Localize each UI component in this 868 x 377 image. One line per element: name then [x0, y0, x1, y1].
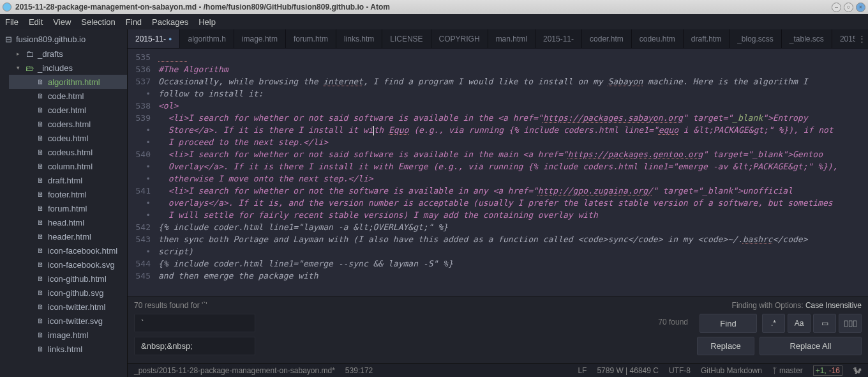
editor-tab[interactable]: 2015-11- [832, 29, 855, 48]
file-icon: 🗎 [37, 78, 44, 86]
folder-drafts[interactable]: ▸ 🗀 _drafts [9, 47, 127, 61]
tree-file-item[interactable]: 🗎forum.html [9, 201, 127, 215]
status-bar: _posts/2015-11-28-package-management-on-… [128, 363, 868, 377]
file-label: icon-facebook.svg [48, 260, 115, 270]
text-editor[interactable]: 535536537538539540541542543544545 #The A… [128, 49, 868, 296]
tree-file-item[interactable]: 🗎column.html [9, 159, 127, 173]
grammar[interactable]: GitHub Markdown [701, 366, 762, 375]
code-text: #The Algorithm [158, 65, 228, 74]
replace-input[interactable] [134, 337, 255, 355]
line-number [128, 245, 151, 258]
tree-file-item[interactable]: 🗎algorithm.html [9, 75, 127, 89]
file-label: footer.html [48, 190, 87, 199]
whole-word-toggle[interactable]: ⌷⌷⌷ [839, 314, 862, 333]
minimize-button[interactable]: – [832, 3, 841, 12]
file-icon: 🗎 [37, 120, 44, 128]
tree-file-item[interactable]: 🗎icon-github.html [9, 272, 127, 286]
line-ending[interactable]: LF [578, 366, 587, 375]
file-path: _posts/2015-11-28-package-management-on-… [134, 366, 335, 375]
file-label: draft.html [48, 176, 82, 185]
tree-file-item[interactable]: 🗎icon-github.svg [9, 286, 127, 300]
tree-file-item[interactable]: 🗎icon-twitter.svg [9, 314, 127, 328]
find-button[interactable]: Find [700, 314, 757, 333]
file-icon: 🗎 [37, 233, 44, 240]
editor-tab[interactable]: codeu.htm [632, 29, 684, 48]
editor-tab[interactable]: 2015-11- [128, 29, 180, 48]
editor-lines[interactable]: #The Algorithm Occasionally, while brows… [158, 49, 868, 296]
project-root[interactable]: ⊟ fusion809.github.io [0, 32, 127, 47]
editor-tab[interactable]: image.htm [234, 29, 286, 48]
tree-file-item[interactable]: 🗎draft.html [9, 173, 127, 187]
tree-file-item[interactable]: 🗎code.html [9, 89, 127, 103]
tree-file-item[interactable]: 🗎icon-facebook.html [9, 243, 127, 258]
file-label: icon-facebook.html [48, 246, 117, 256]
close-button[interactable]: × [856, 3, 865, 12]
file-label: codeus.html [48, 148, 93, 157]
tree-file-item[interactable]: 🗎header.html [9, 229, 127, 243]
selection-toggle[interactable]: ▭ [813, 314, 836, 333]
project-tree[interactable]: ⊟ fusion809.github.io ▸ 🗀 _drafts ▾ 🗁 _i… [0, 29, 128, 377]
find-input[interactable] [134, 314, 255, 332]
editor-tab[interactable]: man.html [488, 29, 535, 48]
editor-tab[interactable]: coder.htm [582, 29, 632, 48]
encoding[interactable]: UTF-8 [669, 366, 691, 375]
tree-file-item[interactable]: 🗎image.html [9, 328, 127, 342]
line-number: 535 [128, 51, 151, 63]
menu-help[interactable]: Help [198, 17, 216, 27]
line-number [128, 173, 151, 185]
folder-includes[interactable]: ▾ 🗁 _includes [9, 61, 127, 75]
line-number: 545 [128, 270, 151, 282]
editor-tab[interactable]: LICENSE [382, 29, 431, 48]
editor-tab[interactable]: algorithm.h [180, 29, 234, 48]
git-branch[interactable]: ᛘmaster [772, 366, 803, 375]
file-label: column.html [48, 162, 93, 171]
menu-view[interactable]: View [53, 17, 71, 27]
file-label: forum.html [48, 204, 87, 213]
editor-tab[interactable]: draft.htm [684, 29, 730, 48]
menu-packages[interactable]: Packages [152, 17, 188, 27]
tree-file-item[interactable]: 🗎codeus.html [9, 145, 127, 159]
find-results-count: 70 results found for '`' [134, 301, 207, 310]
line-number: 536 [128, 63, 151, 75]
tree-file-item[interactable]: 🗎coder.html [9, 103, 127, 117]
tree-file-item[interactable]: 🗎icon-twitter.html [9, 300, 127, 314]
git-diff-stat[interactable]: +1, -16 [813, 365, 842, 376]
file-icon: 🗎 [37, 92, 44, 100]
file-icon: 🗎 [37, 106, 44, 114]
tree-file-item[interactable]: 🗎footer.html [9, 187, 127, 201]
editor-tab[interactable]: _blog.scss [730, 29, 782, 48]
editor-tab[interactable]: forum.htm [286, 29, 336, 48]
tab-bar: 2015-11-algorithm.himage.htmforum.htmlin… [128, 29, 868, 49]
line-number: 537 [128, 75, 151, 88]
cursor-position[interactable]: 539:172 [345, 366, 373, 375]
word-char-count: 5789 W | 46849 C [597, 366, 659, 375]
tree-file-item[interactable]: 🗎icon-facebook.svg [9, 258, 127, 272]
replace-button[interactable]: Replace [697, 337, 754, 355]
editor-tab[interactable]: links.htm [336, 29, 382, 48]
tree-file-item[interactable]: 🗎head.html [9, 215, 127, 229]
line-number: 538 [128, 100, 151, 112]
file-icon: 🗎 [37, 261, 44, 268]
line-number: 541 [128, 185, 151, 197]
menu-edit[interactable]: Edit [29, 17, 43, 27]
editor-tab[interactable]: COPYRIGH [431, 29, 488, 48]
tabs-overflow-icon[interactable]: ⋮ [855, 29, 868, 48]
line-number: 540 [128, 148, 151, 160]
case-toggle[interactable]: Aa [788, 314, 811, 333]
find-count-label: 70 found [658, 318, 688, 327]
editor-tab[interactable]: 2015-11- [535, 29, 582, 48]
file-icon: 🗎 [37, 331, 44, 339]
menu-find[interactable]: Find [126, 17, 142, 27]
find-replace-panel: 70 results found for '`' Finding with Op… [128, 296, 868, 363]
tree-file-item[interactable]: 🗎coders.html [9, 117, 127, 131]
editor-tab[interactable]: _table.scs [782, 29, 832, 48]
file-label: icon-twitter.svg [48, 316, 103, 326]
menu-file[interactable]: File [5, 17, 19, 27]
maximize-button[interactable]: ○ [844, 3, 853, 12]
menu-selection[interactable]: Selection [81, 17, 115, 27]
regex-toggle[interactable]: .* [762, 314, 785, 333]
tree-file-item[interactable]: 🗎links.html [9, 342, 127, 356]
replace-all-button[interactable]: Replace All [760, 337, 862, 355]
tree-file-item[interactable]: 🗎codeu.html [9, 131, 127, 145]
squirrel-icon[interactable]: 🐿 [853, 365, 862, 376]
